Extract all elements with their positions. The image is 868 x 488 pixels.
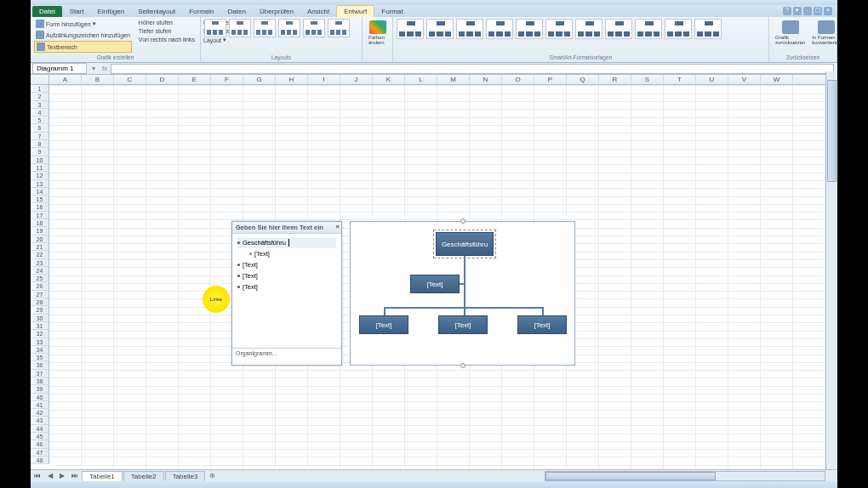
close-icon[interactable]: ×: [335, 223, 340, 230]
close-icon[interactable]: ×: [824, 7, 832, 15]
col-header[interactable]: B: [82, 75, 114, 84]
reset-graphic-button[interactable]: Grafik zurücksetzen: [773, 19, 808, 47]
col-header[interactable]: L: [405, 75, 437, 84]
row-header[interactable]: 37: [31, 370, 49, 377]
sheet-nav-next-icon[interactable]: ▶: [56, 472, 68, 479]
org-node-child[interactable]: [Text]: [517, 315, 567, 334]
row-header[interactable]: 14: [31, 188, 49, 196]
vertical-scrollbar[interactable]: [825, 71, 837, 469]
row-header[interactable]: 6: [31, 124, 49, 132]
rtl-button[interactable]: Von rechts nach links: [137, 36, 197, 43]
col-header[interactable]: C: [114, 75, 146, 84]
layout-thumb-4[interactable]: [278, 19, 300, 37]
style-thumb-8[interactable]: [605, 19, 632, 39]
col-header[interactable]: J: [340, 75, 373, 84]
layout-thumb-2[interactable]: [229, 19, 251, 37]
row-header[interactable]: 17: [31, 212, 49, 219]
row-header[interactable]: 28: [31, 298, 49, 306]
row-header[interactable]: 36: [31, 361, 49, 369]
row-header[interactable]: 15: [31, 196, 49, 203]
sheet-tab-2[interactable]: Tabelle2: [123, 471, 164, 481]
select-all-corner[interactable]: [31, 75, 49, 84]
style-thumb-11[interactable]: [694, 19, 722, 39]
col-header[interactable]: N: [470, 75, 502, 84]
add-bullet-button[interactable]: Aufzählungszeichen hinzufügen: [34, 30, 132, 40]
sheet-nav-last-icon[interactable]: ⏭: [68, 472, 82, 479]
col-header[interactable]: W: [761, 75, 793, 84]
tab-formeln[interactable]: Formeln: [182, 6, 220, 17]
namebox-dropdown-icon[interactable]: ▾: [89, 65, 99, 72]
col-header[interactable]: R: [599, 75, 631, 84]
col-header[interactable]: M: [437, 75, 470, 84]
row-header[interactable]: 16: [31, 203, 49, 211]
text-pane-item[interactable]: Geschäftsführu: [237, 237, 336, 248]
layout-thumb-6[interactable]: [328, 19, 350, 37]
minimize-icon[interactable]: -: [803, 7, 812, 15]
org-node-child[interactable]: [Text]: [359, 315, 408, 334]
restore-icon[interactable]: ▢: [814, 7, 822, 15]
row-header[interactable]: 34: [31, 346, 49, 354]
resize-handle[interactable]: [460, 218, 465, 224]
col-header[interactable]: Q: [567, 75, 599, 84]
row-header[interactable]: 22: [31, 251, 49, 258]
row-header[interactable]: 1: [31, 85, 49, 93]
tab-ansicht[interactable]: Ansicht: [300, 6, 336, 17]
row-header[interactable]: 26: [31, 282, 49, 290]
org-node-root[interactable]: Geschäftsführu: [436, 232, 494, 256]
row-header[interactable]: 42: [31, 409, 49, 417]
row-header[interactable]: 29: [31, 306, 49, 314]
col-header[interactable]: O: [502, 75, 534, 84]
row-header[interactable]: 46: [31, 440, 49, 448]
col-header[interactable]: E: [179, 75, 211, 84]
tab-format[interactable]: Format: [374, 6, 409, 17]
row-header[interactable]: 40: [31, 394, 49, 401]
row-header[interactable]: 9: [31, 148, 49, 156]
row-header[interactable]: 3: [31, 101, 49, 109]
layout-thumb-3[interactable]: [254, 19, 276, 37]
col-header[interactable]: U: [696, 75, 728, 84]
row-header[interactable]: 39: [31, 385, 49, 393]
row-header[interactable]: 21: [31, 243, 49, 251]
row-header[interactable]: 45: [31, 433, 49, 440]
style-thumb-7[interactable]: [575, 19, 602, 39]
fx-icon[interactable]: fx: [99, 65, 111, 72]
scrollbar-thumb[interactable]: [827, 80, 837, 182]
text-pane-item[interactable]: [Text]: [237, 270, 336, 281]
col-header[interactable]: I: [308, 75, 340, 84]
change-colors-button[interactable]: Farben ändern: [366, 19, 389, 47]
style-thumb-6[interactable]: [545, 19, 573, 39]
style-thumb-3[interactable]: [456, 19, 483, 39]
row-header[interactable]: 5: [31, 116, 49, 124]
smartart-text-pane[interactable]: Geben Sie hier Ihren Text ein × Geschäft…: [231, 221, 342, 366]
layout-thumb-5[interactable]: [303, 19, 325, 37]
sheet-nav-first-icon[interactable]: ⏮: [31, 472, 44, 479]
row-header[interactable]: 43: [31, 417, 49, 424]
row-header[interactable]: 38: [31, 377, 49, 385]
org-node-child[interactable]: [Text]: [438, 315, 488, 334]
col-header[interactable]: P: [534, 75, 567, 84]
org-node-assistant[interactable]: [Text]: [410, 275, 460, 293]
row-header[interactable]: 20: [31, 235, 49, 243]
text-pane-body[interactable]: Geschäftsführu [Text] [Text] [Text] [Tex…: [232, 234, 341, 348]
col-header[interactable]: F: [211, 75, 243, 84]
row-header[interactable]: 23: [31, 259, 49, 267]
row-header[interactable]: 8: [31, 140, 49, 148]
sheet-tab-1[interactable]: Tabelle1: [82, 471, 123, 481]
col-header[interactable]: H: [276, 75, 308, 84]
new-sheet-icon[interactable]: ⊕: [206, 472, 219, 479]
sheet-tab-3[interactable]: Tabelle3: [165, 471, 206, 481]
tab-seitenlayout[interactable]: Seitenlayout: [131, 6, 182, 17]
row-header[interactable]: 41: [31, 401, 49, 409]
text-pane-item[interactable]: [Text]: [237, 281, 336, 292]
worksheet-grid[interactable]: A B C D E F G H I J K L M N O P Q R S T …: [31, 75, 837, 473]
add-shape-button[interactable]: Form hinzufügen ▾: [34, 19, 132, 29]
name-box[interactable]: Diagramm 1: [32, 63, 87, 74]
col-header[interactable]: S: [631, 75, 664, 84]
formula-input[interactable]: [111, 64, 834, 74]
row-header[interactable]: 27: [31, 291, 49, 298]
col-header[interactable]: K: [373, 75, 405, 84]
horizontal-scrollbar[interactable]: [545, 471, 825, 481]
demote-button[interactable]: Tiefer stufen: [137, 27, 197, 35]
row-header[interactable]: 30: [31, 315, 49, 322]
style-thumb-5[interactable]: [516, 19, 543, 39]
